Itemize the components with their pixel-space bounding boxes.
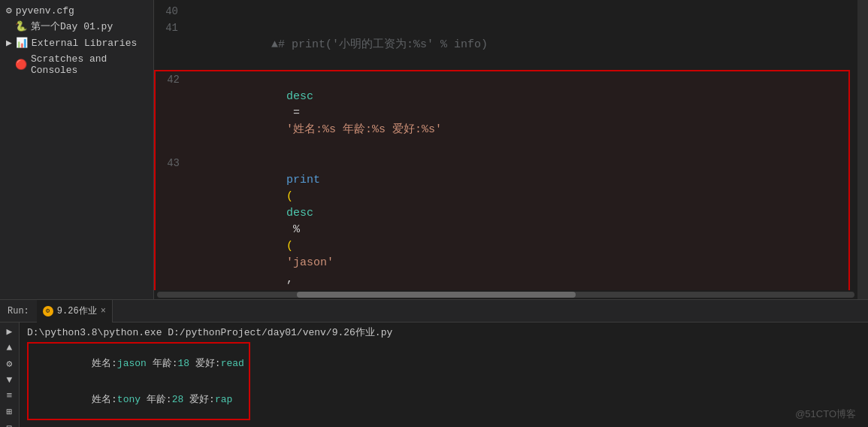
scratches-icon: 🔴 (15, 59, 27, 71)
out2-label1: 姓名: (92, 394, 117, 405)
tab-run-icon: ⚙ (43, 306, 53, 316)
sidebar-item-ext-lib[interactable]: ▶ 📊 External Libraries (0, 35, 153, 51)
out1-val3: read (221, 358, 244, 369)
run-tab-name: 9.26作业 (57, 304, 97, 317)
run-align-button[interactable]: ≡ (2, 390, 17, 401)
sidebar: ⚙ pyvenv.cfg 🐍 第一个Day 01.py ▶ 📊 External… (0, 0, 154, 299)
out2-label2: 年龄: (141, 394, 172, 405)
l42-str: '姓名:%s 年龄:%s 爱好:%s' (286, 123, 442, 136)
l43-paren2: ( (286, 240, 293, 253)
scrollbar-track[interactable] (157, 292, 854, 298)
run-label: Run: (0, 300, 37, 323)
run-tab[interactable]: ⚙ 9.26作业 × (37, 300, 113, 323)
output-line-2: 姓名:tony 年龄:28 爱好:rap (33, 381, 244, 417)
watermark: @51CTO博客 (795, 407, 856, 421)
code-line-42: 42 desc = '姓名:%s 年龄:%s 爱好:%s' (156, 71, 848, 155)
run-person-button[interactable]: ⊞ (2, 406, 17, 418)
l43-comma1: , (286, 273, 300, 286)
sidebar-item-pyvenv[interactable]: ⚙ pyvenv.cfg (0, 3, 153, 18)
out1-val1: jason (117, 358, 147, 369)
run-tabs-bar: Run: ⚙ 9.26作业 × (0, 300, 868, 323)
sidebar-ext-lib-label: External Libraries (32, 38, 137, 49)
run-panel: Run: ⚙ 9.26作业 × ▶ ▲ ⚙ ▼ ≡ ⊞ ⊟ 🗑 D:\pytho… (0, 299, 868, 427)
l43-print: print (286, 174, 320, 186)
run-up-button[interactable]: ▲ (2, 342, 17, 353)
code-lines: 40 41 ▲# print('小明的工资为:%s' % info) 42 (154, 0, 857, 290)
line-content-41: ▲# print('小明的工资为:%s' % info) (190, 20, 857, 70)
out2-val3: rap (215, 394, 232, 405)
out2-val1: tony (117, 394, 141, 405)
run-toolbar: ▶ ▲ ⚙ ▼ ≡ ⊞ ⊟ 🗑 (0, 323, 20, 427)
ext-lib-arrow: ▶ (6, 37, 12, 49)
out1-label1: 姓名: (92, 358, 117, 369)
python-file-icon: 🐍 (15, 20, 27, 32)
sidebar-day01-label: 第一个Day 01.py (31, 20, 113, 33)
output-line-1: 姓名:jason 年龄:18 爱好:read (33, 345, 244, 381)
l42-eq: = (286, 107, 307, 120)
out1-val2: 18 (177, 358, 189, 369)
l43-jason: 'jason' (286, 256, 334, 269)
highlight-box: 42 desc = '姓名:%s 年龄:%s 爱好:%s' 43 print ( (154, 70, 850, 290)
line-num-43: 43 (156, 155, 192, 171)
sidebar-pyvenv-label: pyvenv.cfg (16, 5, 74, 17)
line-num-41: 41 (154, 20, 190, 36)
run-tab-close[interactable]: × (101, 306, 106, 316)
l43-18: 18 (286, 289, 300, 290)
run-pin-button[interactable]: ⊟ (2, 422, 17, 427)
line41-comment: # print('小明的工资为:%s' % info) (278, 38, 488, 51)
code-content: 40 41 ▲# print('小明的工资为:%s' % info) 42 (154, 0, 857, 290)
code-line-40: 40 (154, 3, 857, 20)
line41-prefix: ▲ (271, 38, 278, 51)
l43-desc: desc (286, 207, 313, 220)
scrollbar-thumb[interactable] (297, 292, 576, 298)
pyvenv-icon: ⚙ (6, 5, 12, 17)
sidebar-scratches-label: Scratches and Consoles (31, 53, 147, 76)
out1-label2: 年龄: (147, 358, 178, 369)
line-content-42: desc = '姓名:%s 年龄:%s 爱好:%s' (192, 72, 848, 155)
editor-area: 40 41 ▲# print('小明的工资为:%s' % info) 42 (154, 0, 857, 299)
run-settings-button[interactable]: ⚙ (2, 358, 17, 370)
code-line-43: 43 print ( desc % ( 'jason' , 18 , 'read… (156, 155, 848, 290)
l43-pct: % (286, 223, 307, 236)
run-cmd-path: D:\python3.8\python.exe D:/pythonProject… (27, 326, 860, 339)
l43-paren1: ( (286, 190, 293, 203)
ext-lib-icon: 📊 (16, 37, 28, 49)
out1-label3: 爱好: (189, 358, 221, 369)
run-play-button[interactable]: ▶ (2, 326, 17, 338)
sidebar-item-scratches[interactable]: 🔴 Scratches and Consoles (0, 51, 153, 78)
h-scrollbar[interactable] (154, 290, 857, 299)
right-panel (857, 0, 868, 299)
output-box: 姓名:jason 年龄:18 爱好:read 姓名:tony 年龄:28 爱好:… (27, 342, 250, 420)
run-content-area: ▶ ▲ ⚙ ▼ ≡ ⊞ ⊟ 🗑 D:\python3.8\python.exe … (0, 323, 868, 427)
code-line-41: 41 ▲# print('小明的工资为:%s' % info) (154, 20, 857, 70)
out2-val2: 28 (172, 394, 184, 405)
sidebar-item-day01[interactable]: 🐍 第一个Day 01.py (0, 18, 153, 35)
out2-label3: 爱好: (183, 394, 215, 405)
line-content-43: print ( desc % ( 'jason' , 18 , 'read' )… (192, 156, 848, 290)
line-num-40: 40 (154, 3, 190, 20)
run-down-button[interactable]: ▼ (2, 374, 17, 386)
l42-desc: desc (286, 90, 313, 103)
run-output: D:\python3.8\python.exe D:/pythonProject… (20, 323, 868, 427)
line-num-42: 42 (156, 71, 192, 88)
